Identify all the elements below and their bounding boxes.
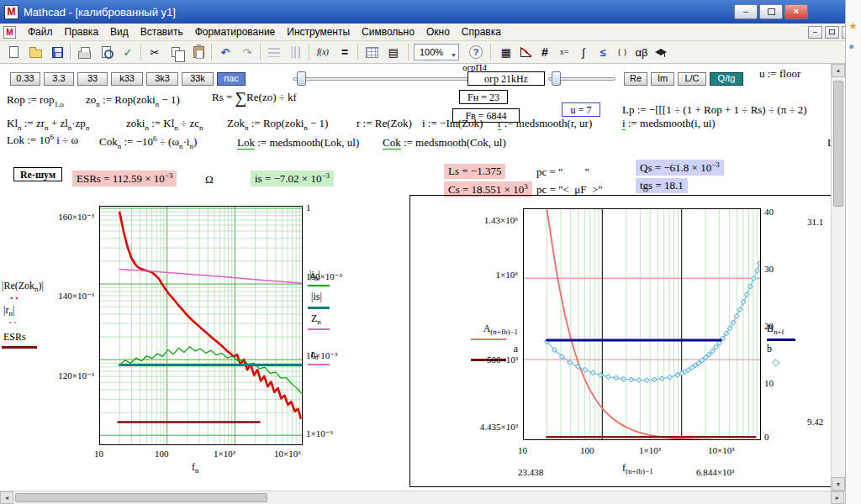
qs-result[interactable]: Qs = −61.8 × 10−3 — [636, 160, 724, 176]
formula-cok-medsmooth[interactable]: Cok := medsmooth(Cok, ul) — [383, 136, 506, 150]
evaluation-palette-button[interactable]: x= — [554, 42, 574, 62]
formula-r-medsmooth[interactable]: r := medsmooth(r, ur) — [498, 117, 592, 130]
horizontal-scroll-thumb[interactable] — [15, 493, 267, 502]
new-button[interactable] — [3, 42, 24, 62]
fn-slider-thumb[interactable] — [297, 71, 306, 86]
formula-zoki[interactable]: zokin := Kln ÷ zcn — [126, 117, 203, 132]
formula-i-im[interactable]: i := −Im(Zok) — [422, 117, 483, 130]
menu-file[interactable]: Файл — [22, 24, 59, 39]
formula-lp[interactable]: Lp := −[[[1 ÷ (1 + Rop + 1 ÷ Rs) ÷ (π ÷ … — [622, 103, 844, 117]
u-value-box[interactable]: u = 7 — [562, 102, 600, 117]
calculator-palette-button[interactable]: ▦ — [496, 42, 516, 62]
left-chart-ytick: 160×10⁻³ — [49, 212, 94, 223]
close-button[interactable]: × — [784, 4, 808, 19]
value-button-3k3[interactable]: 3k3 — [146, 72, 178, 86]
is-result[interactable]: is = −7.02 × 10−3 — [251, 171, 334, 186]
evaluate-button[interactable]: = — [335, 42, 355, 62]
help-button[interactable]: ? — [466, 42, 486, 62]
value-button-33k[interactable]: 33k — [182, 72, 214, 86]
re-noise-button[interactable]: Re-шум — [13, 167, 62, 181]
formula-zo[interactable]: zon := Rop(zokin − 1) — [86, 93, 180, 108]
matrix-palette-button[interactable]: # — [535, 42, 555, 62]
minimize-button[interactable]: – — [734, 4, 758, 19]
scroll-right-icon[interactable]: ► — [831, 491, 844, 504]
value-button-k33[interactable]: k33 — [111, 72, 143, 86]
menu-help[interactable]: Справка — [456, 24, 507, 39]
mode-button-lc[interactable]: L/C — [678, 72, 706, 86]
ls-result[interactable]: Ls = −1.375 — [444, 164, 505, 179]
formula-r-re[interactable]: r := Re(Zok) — [357, 117, 412, 130]
graph-palette-button[interactable] — [515, 42, 536, 62]
formula-rop[interactable]: Rop := rop1,o — [7, 93, 64, 108]
boolean-palette-button[interactable]: ≤ — [593, 42, 613, 62]
formula-rs[interactable]: Rs = ∑Re(zo) ÷ kf — [212, 89, 297, 108]
menu-format[interactable]: Форматирование — [189, 24, 282, 39]
calculus-palette-button[interactable]: ∫ — [573, 42, 594, 62]
value-button-330[interactable]: 33 — [77, 72, 108, 86]
open-button[interactable] — [25, 42, 45, 62]
align-down-button[interactable] — [286, 42, 306, 62]
right-chart-ytick-right: 30 — [764, 264, 774, 274]
value-button-33[interactable]: 3.3 — [44, 72, 74, 86]
formula-zok[interactable]: Zokn := Rop(zokin − 1) — [227, 117, 328, 132]
window-title: Mathcad - [калиброванный у1] — [24, 6, 176, 18]
esrs-result[interactable]: ESRs = 112.59 × 10−3 — [72, 171, 177, 186]
copy-button[interactable] — [166, 42, 187, 62]
left-chart-xlabel: fn — [192, 461, 199, 475]
insert-function-button[interactable]: f(x) — [313, 42, 333, 62]
fv-slider-thumb[interactable] — [552, 71, 561, 86]
menu-view[interactable]: Вид — [104, 24, 135, 39]
menu-insert[interactable]: Вставить — [135, 24, 189, 39]
print-preview-button[interactable] — [96, 42, 116, 62]
align-across-button[interactable] — [264, 42, 284, 62]
vertical-scroll-thumb[interactable] — [833, 81, 843, 207]
cut-button[interactable]: ✂ — [145, 42, 165, 62]
menu-window[interactable]: Окно — [420, 24, 456, 39]
doc-restore-button[interactable] — [825, 26, 839, 39]
horizontal-scrollbar[interactable]: ◄ ► — [0, 491, 845, 504]
greek-palette-button[interactable]: αβ — [631, 42, 652, 62]
insert-table-button[interactable]: ▤ — [383, 42, 404, 62]
star-icon[interactable]: ★ — [848, 20, 858, 32]
save-button[interactable] — [47, 42, 67, 62]
maximize-button[interactable] — [759, 4, 783, 19]
doc-minimize-button[interactable]: – — [808, 26, 822, 39]
titlebar[interactable]: M Mathcad - [калиброванный у1] – × — [0, 0, 845, 24]
value-button-pas[interactable]: пас — [217, 72, 246, 86]
omega-unit[interactable]: Ω — [205, 173, 214, 186]
value-button-033[interactable]: 0.33 — [10, 72, 40, 86]
vertical-scrollbar[interactable]: ▲ ▼ — [831, 64, 845, 491]
braces-icon: { } — [617, 48, 627, 56]
pc1-result[interactable]: pc = " " — [536, 165, 589, 179]
mode-button-re[interactable]: Re — [624, 72, 647, 86]
mode-button-qtg[interactable]: Q/tg — [710, 72, 743, 86]
scroll-down-icon[interactable]: ▼ — [832, 477, 845, 491]
menu-tools[interactable]: Инструменты — [281, 24, 356, 39]
programming-palette-button[interactable]: { } — [612, 42, 632, 62]
scroll-up-icon[interactable]: ▲ — [832, 64, 845, 77]
formula-lok-medsmooth[interactable]: Lok := medsmooth(Lok, ul) — [237, 136, 359, 150]
redo-icon: ↷ — [243, 47, 252, 58]
formula-kl[interactable]: Kln := zrn + zln·zpn — [7, 117, 89, 132]
left-chart[interactable] — [99, 206, 303, 445]
formula-cok[interactable]: Cokn := −106 ÷ (ωn·in) — [99, 134, 197, 150]
zoom-select[interactable]: 100% — [414, 44, 459, 60]
symbolic-palette-button[interactable] — [651, 42, 671, 62]
tgs-result[interactable]: tgs = 18.1 — [636, 178, 688, 193]
print-button[interactable] — [74, 42, 94, 62]
mode-button-im[interactable]: Im — [651, 72, 674, 86]
menu-edit[interactable]: Правка — [59, 24, 105, 39]
bookmark-icon[interactable]: ● — [848, 40, 854, 52]
formula-i-medsmooth[interactable]: i := medsmooth(i, ui) — [622, 117, 716, 130]
paste-button[interactable] — [188, 42, 209, 62]
fn-value-box[interactable]: Fн = 23 — [459, 90, 508, 104]
spellcheck-button[interactable]: ✓ — [118, 42, 138, 62]
limit-box[interactable]: огр 21kHz — [467, 71, 545, 86]
formula-lok[interactable]: Lok := 106 i ÷ ω — [7, 133, 78, 147]
menu-symbolics[interactable]: Символьно — [356, 24, 420, 39]
insert-component-button[interactable] — [362, 42, 382, 62]
redo-button[interactable]: ↷ — [237, 42, 257, 62]
undo-button[interactable]: ↶ — [215, 42, 235, 62]
scroll-left-icon[interactable]: ◄ — [0, 491, 13, 504]
right-chart[interactable] — [523, 208, 761, 440]
